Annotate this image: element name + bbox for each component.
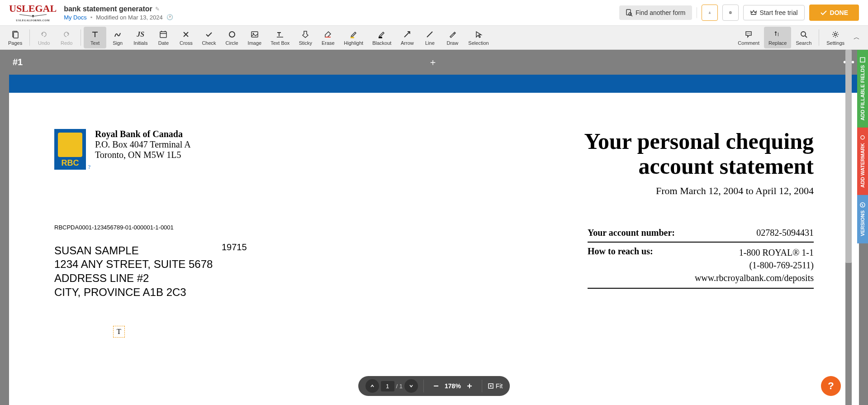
vertical-scrollbar[interactable] bbox=[845, 50, 852, 405]
collapse-toolbar-icon[interactable]: ︿ bbox=[849, 33, 864, 42]
uslegal-logo[interactable]: USLEGAL USLEGALFORMS.COM bbox=[9, 4, 57, 22]
svg-point-13 bbox=[229, 32, 235, 37]
find-form-button[interactable]: Find another form bbox=[619, 5, 692, 20]
circle-label: Circle bbox=[226, 40, 238, 46]
fit-button[interactable]: Fit bbox=[488, 382, 503, 390]
tool-sticky[interactable]: Sticky bbox=[294, 27, 317, 48]
versions-label: VERSIONS bbox=[860, 210, 865, 236]
tool-erase[interactable]: Erase bbox=[317, 27, 339, 48]
line-icon bbox=[426, 29, 434, 39]
selection-label: Selection bbox=[468, 40, 489, 46]
tool-blackout[interactable]: Blackout bbox=[368, 27, 396, 48]
date-label: Date bbox=[158, 40, 169, 46]
fit-section[interactable]: Fit bbox=[483, 376, 508, 396]
doc-meta: My Docs • Modified on Mar 13, 2024 🕐 bbox=[64, 14, 173, 21]
reference-number: RBCPDA0001-123456789-01-000001-1-0001 bbox=[54, 224, 213, 231]
find-form-label: Find another form bbox=[636, 9, 686, 16]
logo-help-icon[interactable]: ? bbox=[88, 164, 90, 171]
separator bbox=[482, 380, 482, 392]
svg-line-26 bbox=[805, 36, 807, 38]
tool-date[interactable]: Date bbox=[152, 27, 175, 48]
page-total: / 1 bbox=[396, 383, 403, 390]
tool-image[interactable]: Image bbox=[243, 27, 266, 48]
erase-icon bbox=[324, 29, 332, 39]
page-number: #1 bbox=[13, 57, 23, 67]
help-button[interactable]: ? bbox=[821, 376, 841, 396]
document-page[interactable]: RBC ? Royal Bank of Canada P.O. Box 4047… bbox=[9, 75, 859, 405]
start-trial-button[interactable]: Start free trial bbox=[743, 5, 805, 20]
side-tab-watermark[interactable]: ADD WATERMARK bbox=[857, 128, 868, 195]
zoom-out-button[interactable] bbox=[429, 379, 443, 393]
side-tab-fillable[interactable]: ADD FILLABLE FIELDS bbox=[857, 50, 868, 128]
logo-subtext: USLEGALFORMS.COM bbox=[16, 19, 50, 22]
statement-title-line2: account statement bbox=[584, 154, 814, 179]
undo-icon bbox=[40, 29, 48, 39]
page-prev-button[interactable] bbox=[365, 379, 379, 393]
tool-comment[interactable]: Comment bbox=[733, 27, 764, 48]
add-page-icon[interactable]: ＋ bbox=[428, 56, 437, 68]
account-number-label: Your account number: bbox=[588, 228, 675, 238]
blackout-label: Blackout bbox=[372, 40, 391, 46]
check-icon bbox=[820, 9, 827, 16]
redo-label: Redo bbox=[61, 40, 72, 46]
tool-highlight[interactable]: Highlight bbox=[339, 27, 368, 48]
side-tab-versions[interactable]: VERSIONS bbox=[857, 195, 868, 243]
tool-circle[interactable]: Circle bbox=[221, 27, 243, 48]
clock-icon[interactable]: 🕐 bbox=[166, 14, 173, 20]
scrollbar-thumb[interactable] bbox=[845, 50, 852, 263]
tool-search[interactable]: Search bbox=[791, 27, 816, 48]
doc-search-icon bbox=[626, 9, 633, 16]
bank-addr-line1: P.O. Box 4047 Terminal A bbox=[95, 139, 191, 150]
svg-rect-9 bbox=[160, 32, 166, 38]
tool-replace[interactable]: I Replace bbox=[764, 27, 791, 48]
doc-title[interactable]: bank statement generator bbox=[64, 5, 152, 13]
bank-name: Royal Bank of Canada bbox=[95, 129, 191, 139]
tool-redo[interactable]: Redo bbox=[55, 27, 78, 48]
tool-cross[interactable]: Cross bbox=[175, 27, 197, 48]
download-icon bbox=[708, 9, 711, 16]
tool-draw[interactable]: Draw bbox=[441, 27, 464, 48]
bank-block: RBC ? Royal Bank of Canada P.O. Box 4047… bbox=[54, 129, 191, 170]
zoom-in-button[interactable] bbox=[463, 379, 476, 393]
highlight-icon bbox=[350, 29, 358, 39]
mydocs-link[interactable]: My Docs bbox=[64, 14, 87, 21]
tool-arrow[interactable]: Arrow bbox=[396, 27, 418, 48]
tool-selection[interactable]: Selection bbox=[464, 27, 493, 48]
highlight-label: Highlight bbox=[344, 40, 363, 46]
edit-icon[interactable]: ✎ bbox=[155, 6, 160, 12]
contact-phone1: 1-800 ROYAL® 1-1 bbox=[695, 246, 814, 259]
doc-content: RBC ? Royal Bank of Canada P.O. Box 4047… bbox=[9, 93, 859, 309]
print-button[interactable] bbox=[722, 5, 739, 21]
tool-line[interactable]: Line bbox=[418, 27, 441, 48]
download-button[interactable] bbox=[702, 5, 718, 21]
cross-label: Cross bbox=[180, 40, 193, 46]
page-next-button[interactable] bbox=[404, 379, 418, 393]
statement-title-block: Your personal chequing account statement… bbox=[584, 129, 814, 197]
text-insertion-cursor[interactable]: T bbox=[113, 326, 125, 338]
tool-pages[interactable]: Pages bbox=[4, 27, 27, 48]
tool-sign[interactable]: Sign bbox=[106, 27, 129, 48]
tool-undo[interactable]: Undo bbox=[33, 27, 55, 48]
line-label: Line bbox=[425, 40, 435, 46]
account-number-row: Your account number: 02782-5094431 bbox=[588, 224, 814, 243]
replace-label: Replace bbox=[768, 40, 787, 46]
page-current-input[interactable] bbox=[381, 381, 394, 391]
tool-text[interactable]: Text bbox=[84, 27, 106, 48]
svg-point-15 bbox=[252, 33, 254, 34]
rbc-text: RBC bbox=[62, 158, 79, 168]
canvas-area[interactable]: #1 ＋ ••• RBC ? Royal Bank of Canada bbox=[0, 50, 868, 405]
fit-label: Fit bbox=[496, 382, 503, 390]
tool-initials[interactable]: JS Initials bbox=[129, 27, 152, 48]
tool-check[interactable]: Check bbox=[197, 27, 220, 48]
account-number-value: 02782-5094431 bbox=[756, 228, 814, 238]
watermark-label: ADD WATERMARK bbox=[860, 143, 865, 188]
done-button[interactable]: DONE bbox=[809, 5, 859, 21]
comment-label: Comment bbox=[738, 40, 759, 46]
bank-address: Royal Bank of Canada P.O. Box 4047 Termi… bbox=[95, 129, 191, 160]
help-icon: ? bbox=[828, 380, 834, 392]
tool-settings[interactable]: Settings bbox=[822, 27, 849, 48]
cross-icon bbox=[182, 29, 190, 39]
initials-label: Initials bbox=[133, 40, 147, 46]
tool-textbox[interactable]: Text Box bbox=[266, 27, 294, 48]
done-label: DONE bbox=[830, 9, 848, 16]
